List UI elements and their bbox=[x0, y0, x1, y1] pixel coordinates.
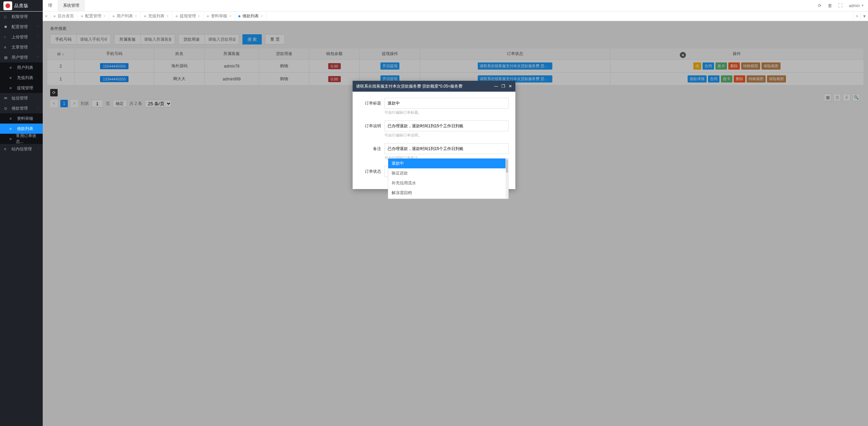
sidebar-sub-label: 提现管理 bbox=[17, 85, 33, 91]
crumb-scroll-right[interactable]: > bbox=[853, 12, 861, 21]
sidebar-item[interactable]: ⊙借款管理˄ bbox=[0, 103, 43, 113]
maximize-icon[interactable]: ❐ bbox=[501, 84, 505, 89]
user-menu[interactable]: admin▼ bbox=[849, 3, 864, 8]
sidebar-sub-label: 用户列表 bbox=[17, 65, 33, 71]
field-title-hint: 可自行编辑订单标题。 bbox=[384, 110, 509, 115]
field-title-label: 订单标题 bbox=[359, 98, 381, 106]
dropdown-scrollbar[interactable] bbox=[506, 159, 508, 199]
sidebar-label: 文章管理 bbox=[12, 44, 28, 50]
sidebar-label: 上传管理 bbox=[12, 34, 28, 40]
sidebar-sub-label: 借款列表 bbox=[17, 126, 33, 132]
sidebar: □权限管理˅✱配置管理˅↑上传管理˅≡文章管理˅▤用户管理˄≡用户列表≡充值列表… bbox=[0, 12, 43, 426]
logo: 品质版 bbox=[0, 0, 43, 11]
sidebar-item[interactable]: ≡文章管理˅ bbox=[0, 42, 43, 52]
logo-text: 品质版 bbox=[14, 3, 28, 9]
dropdown-option[interactable]: 退款中 bbox=[388, 159, 508, 168]
close-icon[interactable]: ✕ bbox=[509, 84, 512, 89]
refresh-icon[interactable]: ⟳ bbox=[818, 3, 822, 8]
sidebar-item[interactable]: ✉短信管理 bbox=[0, 93, 43, 103]
tab[interactable]: 资料审核× bbox=[203, 12, 235, 21]
dropdown-option[interactable]: 验证还款 bbox=[388, 168, 508, 178]
minimize-icon[interactable]: — bbox=[494, 84, 498, 89]
field-status-label: 订单状态 bbox=[359, 166, 381, 174]
dropdown-thumb[interactable] bbox=[506, 159, 508, 173]
field-desc-input[interactable] bbox=[384, 121, 509, 131]
modal-header[interactable]: 请联系在线客服支付本次贷款服务费 贷款额度*0.05=服务费 — ❐ ✕ bbox=[353, 81, 515, 92]
tab[interactable]: 用户列表× bbox=[109, 12, 141, 21]
fullscreen-icon[interactable]: ⛶ bbox=[838, 3, 843, 8]
status-dropdown: 退款中验证还款补充信用流水解冻需回档解冻失败，请激活解冻 bbox=[388, 158, 509, 199]
tab-close-icon[interactable]: × bbox=[229, 14, 231, 18]
sidebar-sub-item[interactable]: ≡充值列表 bbox=[0, 73, 43, 83]
dropdown-option[interactable]: 解冻失败，请激活解冻 bbox=[388, 198, 508, 199]
sidebar-item[interactable]: □权限管理˅ bbox=[0, 12, 43, 22]
menu-icon: ✉ bbox=[4, 96, 9, 100]
chevron-icon: ˅ bbox=[37, 15, 39, 18]
field-desc-hint: 可自行编辑订单说明。 bbox=[384, 133, 509, 138]
sidebar-sub-label: 常用订单状态... bbox=[16, 133, 39, 145]
tab-label: 用户列表 bbox=[117, 13, 133, 19]
tab[interactable]: 借款列表× bbox=[235, 12, 267, 21]
tab-dot-icon bbox=[113, 15, 115, 17]
sidebar-sub-item[interactable]: ≡用户列表 bbox=[0, 62, 43, 73]
sidebar-sub-item[interactable]: ≡资料审核 bbox=[0, 113, 43, 124]
sidebar-sub-item[interactable]: ≡借款列表 bbox=[0, 124, 43, 134]
tab-close-icon[interactable]: × bbox=[103, 14, 105, 18]
field-note-label: 备注 bbox=[359, 143, 381, 152]
top-tabs: 理 系统管理 bbox=[43, 0, 85, 11]
tab[interactable]: 配置管理× bbox=[78, 12, 109, 21]
sidebar-item[interactable]: ▤用户管理˄ bbox=[0, 52, 43, 62]
dropdown-option[interactable]: 补充信用流水 bbox=[388, 178, 508, 188]
tab-close-icon[interactable]: × bbox=[261, 14, 263, 18]
chevron-icon: ˅ bbox=[37, 148, 39, 151]
menu-icon: ≡ bbox=[4, 45, 9, 49]
field-desc-label: 订单说明 bbox=[359, 121, 381, 129]
tab[interactable]: 提现管理× bbox=[172, 12, 204, 21]
sidebar-item[interactable]: ✱配置管理˅ bbox=[0, 22, 43, 32]
menu-icon: ▤ bbox=[4, 55, 9, 60]
crumb-scroll-left[interactable]: < bbox=[43, 12, 50, 21]
row-close-icon[interactable]: ✕ bbox=[680, 52, 686, 58]
user-name: admin bbox=[849, 3, 860, 8]
top-tab-system[interactable]: 系统管理 bbox=[58, 0, 85, 11]
field-title-input[interactable] bbox=[384, 98, 509, 109]
sidebar-sub-item[interactable]: ≡提现管理 bbox=[0, 83, 43, 93]
menu-icon: ↑ bbox=[4, 35, 9, 39]
tab-label: 提现管理 bbox=[180, 13, 196, 19]
chevron-icon: ˄ bbox=[37, 107, 39, 110]
tab-dot-icon bbox=[54, 15, 56, 17]
tab-close-icon[interactable]: × bbox=[198, 14, 200, 18]
tab-label: 后台首页 bbox=[58, 13, 74, 19]
tab-dot-icon bbox=[144, 15, 146, 17]
top-bar: 品质版 理 系统管理 ⟳ 🗑 ⛶ admin▼ bbox=[0, 0, 868, 12]
breadcrumb-tabs: < 后台首页配置管理×用户列表×充值列表×提现管理×资料审核×借款列表× > ▼ bbox=[43, 12, 868, 21]
list-icon: ≡ bbox=[9, 116, 14, 121]
sidebar-item[interactable]: ↑上传管理˅ bbox=[0, 32, 43, 42]
chevron-icon: ˄ bbox=[37, 56, 39, 59]
tab-dot-icon bbox=[238, 15, 240, 17]
top-right: ⟳ 🗑 ⛶ admin▼ bbox=[818, 0, 868, 11]
tab-close-icon[interactable]: × bbox=[135, 14, 137, 18]
tab-label: 配置管理 bbox=[85, 13, 101, 19]
modal-body: 订单标题 可自行编辑订单标题。 订单说明 可自行编辑订单说明。 备注 可自行编辑… bbox=[353, 92, 515, 189]
menu-icon: ⊙ bbox=[4, 106, 9, 111]
field-note-input[interactable] bbox=[384, 143, 509, 154]
tab-dot-icon bbox=[81, 15, 83, 17]
sidebar-item[interactable]: ≡站内信管理˅ bbox=[0, 144, 43, 154]
sidebar-sub-label: 资料审核 bbox=[17, 116, 33, 122]
dropdown-option[interactable]: 解冻需回档 bbox=[388, 188, 508, 198]
sidebar-sub-label: 充值列表 bbox=[17, 75, 33, 81]
logo-icon bbox=[3, 1, 12, 10]
crumb-menu[interactable]: ▼ bbox=[861, 12, 868, 21]
tab[interactable]: 后台首页 bbox=[50, 12, 78, 21]
tab-label: 资料审核 bbox=[211, 13, 227, 19]
tab-close-icon[interactable]: × bbox=[166, 14, 169, 18]
sidebar-label: 短信管理 bbox=[12, 95, 28, 101]
top-tab-li[interactable]: 理 bbox=[43, 0, 58, 11]
sidebar-label: 权限管理 bbox=[12, 14, 28, 20]
menu-icon: ✱ bbox=[4, 25, 9, 29]
tab[interactable]: 充值列表× bbox=[141, 12, 172, 21]
sidebar-sub-item[interactable]: ≡常用订单状态... bbox=[0, 134, 43, 144]
trash-icon[interactable]: 🗑 bbox=[828, 3, 832, 8]
chevron-icon: ˅ bbox=[37, 46, 39, 49]
